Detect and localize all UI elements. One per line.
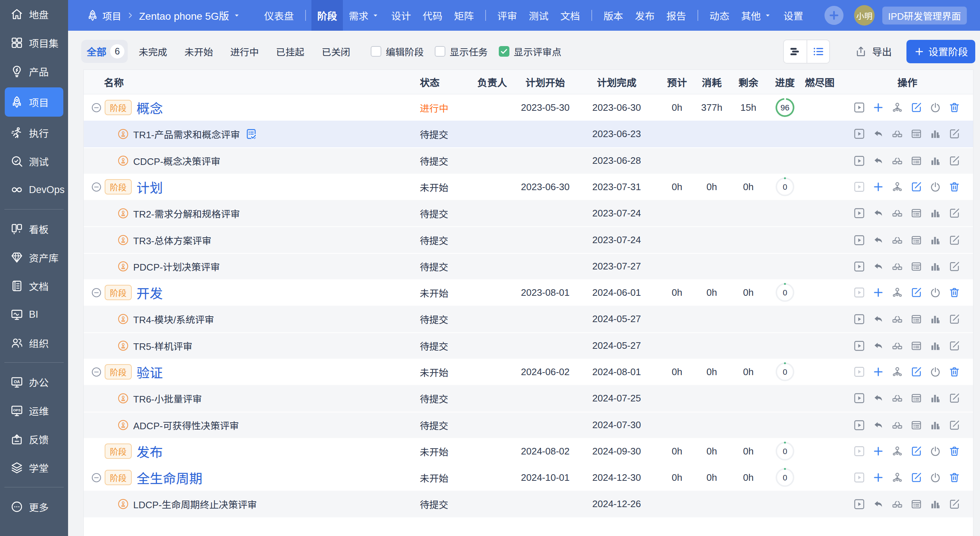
action-delete-icon[interactable] (948, 445, 960, 457)
action-delete-icon[interactable] (948, 366, 960, 378)
action-run-icon[interactable] (853, 181, 865, 193)
action-undo-icon[interactable] (872, 498, 884, 510)
action-add-icon[interactable] (872, 445, 884, 457)
sidebar-item-qa[interactable]: 测试 (0, 147, 68, 176)
nav-item-8[interactable]: 评审 (492, 0, 523, 31)
filter-tab-3[interactable]: 已挂起 (276, 44, 304, 58)
review-name-link[interactable]: ADCP-可获得性决策评审 (133, 418, 239, 432)
create-button[interactable] (824, 6, 843, 25)
filter-tab-all[interactable]: 全部 6 (81, 40, 128, 63)
action-undo-icon[interactable] (872, 207, 884, 219)
action-chart-icon[interactable] (929, 419, 941, 431)
action-glasses-icon[interactable] (891, 155, 903, 167)
breadcrumb-project[interactable]: Zentao phone 5G版 (139, 8, 229, 23)
action-chart-icon[interactable] (929, 155, 941, 167)
action-edit-icon[interactable] (948, 235, 960, 246)
action-glasses-icon[interactable] (891, 498, 903, 510)
stage-name-link[interactable]: 验证 (137, 362, 163, 381)
action-chart-icon[interactable] (929, 207, 941, 219)
action-chart-icon[interactable] (929, 235, 941, 246)
action-run-icon[interactable] (853, 287, 865, 298)
action-edit-icon[interactable] (948, 340, 960, 352)
action-card-icon[interactable] (910, 207, 922, 219)
sidebar-item-doc[interactable]: 文档 (0, 272, 68, 300)
action-add-icon[interactable] (872, 472, 884, 484)
stage-name-link[interactable]: 开发 (137, 283, 163, 302)
review-doc-icon[interactable] (245, 128, 257, 140)
action-tree-icon[interactable] (891, 472, 903, 484)
action-run-icon[interactable] (853, 128, 865, 140)
breadcrumb-section[interactable]: 项目 (102, 9, 121, 22)
action-chart-icon[interactable] (929, 313, 941, 325)
nav-item-6[interactable]: 矩阵 (448, 0, 480, 31)
action-edit-icon[interactable] (948, 155, 960, 167)
review-name-link[interactable]: TR3-总体方案评审 (133, 233, 212, 247)
sidebar-item-assetlib[interactable]: 资产库 (0, 243, 68, 272)
action-power-icon[interactable] (929, 101, 941, 113)
action-edit-icon[interactable] (910, 366, 922, 378)
action-card-icon[interactable] (910, 313, 922, 325)
action-card-icon[interactable] (910, 128, 922, 140)
action-tree-icon[interactable] (891, 287, 903, 298)
filter-tab-1[interactable]: 未开始 (185, 44, 213, 58)
action-undo-icon[interactable] (872, 392, 884, 404)
action-run-icon[interactable] (853, 472, 865, 484)
sidebar-item-oa[interactable]: OA 办公 (0, 368, 68, 396)
nav-item-12[interactable]: 版本 (598, 0, 629, 31)
workspace-button[interactable]: IPD研发管理界面 (882, 6, 967, 24)
nav-item-3[interactable]: 需求 (343, 0, 385, 31)
nav-item-5[interactable]: 代码 (417, 0, 448, 31)
nav-item-18[interactable]: 设置 (778, 0, 809, 31)
action-card-icon[interactable] (910, 261, 922, 273)
action-run-icon[interactable] (853, 498, 865, 510)
action-power-icon[interactable] (929, 366, 941, 378)
action-delete-icon[interactable] (948, 101, 960, 113)
action-card-icon[interactable] (910, 419, 922, 431)
review-name-link[interactable]: LDCP-生命周期终止决策评审 (133, 497, 257, 511)
action-run-icon[interactable] (853, 207, 865, 219)
action-edit-icon[interactable] (948, 207, 960, 219)
action-glasses-icon[interactable] (891, 340, 903, 352)
action-tree-icon[interactable] (891, 366, 903, 378)
action-edit-icon[interactable] (910, 445, 922, 457)
nav-item-13[interactable]: 发布 (629, 0, 660, 31)
action-chart-icon[interactable] (929, 392, 941, 404)
sidebar-item-school[interactable]: 学堂 (0, 454, 68, 482)
action-glasses-icon[interactable] (891, 261, 903, 273)
action-edit-icon[interactable] (948, 313, 960, 325)
sidebar-item-bi[interactable]: BI (0, 300, 68, 329)
action-glasses-icon[interactable] (891, 313, 903, 325)
checkbox-1[interactable]: 显示任务 (435, 44, 488, 58)
action-power-icon[interactable] (929, 445, 941, 457)
action-glasses-icon[interactable] (891, 419, 903, 431)
gantt-view-button[interactable] (784, 40, 807, 63)
action-undo-icon[interactable] (872, 419, 884, 431)
action-run-icon[interactable] (853, 419, 865, 431)
filter-tab-0[interactable]: 未完成 (139, 44, 167, 58)
action-add-icon[interactable] (872, 287, 884, 298)
action-run-icon[interactable] (853, 445, 865, 457)
action-tree-icon[interactable] (891, 101, 903, 113)
action-run-icon[interactable] (853, 313, 865, 325)
action-card-icon[interactable] (910, 155, 922, 167)
sidebar-item-ops[interactable]: OPS 运维 (0, 396, 68, 425)
action-edit-icon[interactable] (910, 472, 922, 484)
nav-item-4[interactable]: 设计 (385, 0, 417, 31)
action-undo-icon[interactable] (872, 235, 884, 246)
nav-item-0[interactable]: 仪表盘 (258, 0, 300, 31)
action-card-icon[interactable] (910, 340, 922, 352)
action-run-icon[interactable] (853, 155, 865, 167)
action-power-icon[interactable] (929, 181, 941, 193)
nav-item-17[interactable]: 其他 (735, 0, 778, 31)
sidebar-item-kanban[interactable]: 看板 (0, 215, 68, 243)
action-card-icon[interactable] (910, 498, 922, 510)
stage-name-link[interactable]: 发布 (137, 442, 163, 461)
action-delete-icon[interactable] (948, 287, 960, 298)
review-name-link[interactable]: TR1-产品需求和概念评审 (133, 127, 240, 141)
action-chart-icon[interactable] (929, 128, 941, 140)
nav-item-14[interactable]: 报告 (660, 0, 692, 31)
export-button[interactable]: 导出 (855, 44, 892, 59)
action-undo-icon[interactable] (872, 155, 884, 167)
action-add-icon[interactable] (872, 181, 884, 193)
action-edit-icon[interactable] (910, 181, 922, 193)
